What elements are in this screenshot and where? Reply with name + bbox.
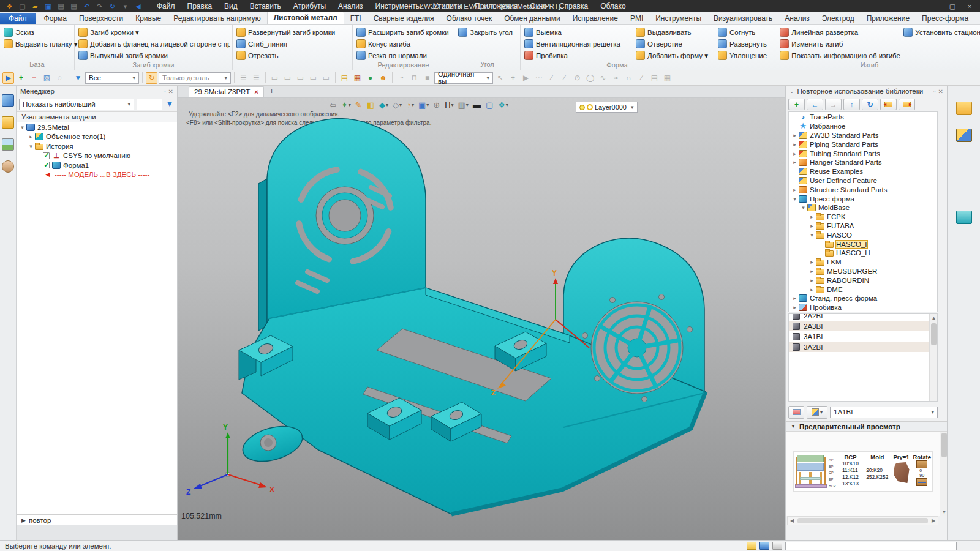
ribbon-button[interactable]: Закрыть угол [456, 26, 515, 38]
sheets-tab-icon[interactable] [956, 211, 972, 224]
menu-item[interactable]: Атрибуты [288, 1, 331, 11]
toolbar-icon[interactable]: ▶ [2, 72, 14, 84]
ribbon-tab[interactable]: Электрод [816, 13, 861, 24]
library-tree-row[interactable]: ▸ MEUSBURGER [789, 267, 937, 276]
visual-manager-icon[interactable] [2, 116, 14, 129]
ribbon-button[interactable]: Выемка [522, 26, 633, 38]
expander-icon[interactable]: ▸ [809, 277, 815, 283]
ribbon-button[interactable]: Эскиз [1, 26, 80, 38]
expander-icon[interactable]: ▸ [791, 141, 798, 148]
toolbar-icon[interactable]: ▧ [41, 72, 53, 84]
ribbon-button[interactable]: Расширить загиб кромки [354, 26, 451, 38]
menu-item[interactable]: Файл [151, 1, 181, 11]
toolbar-icon[interactable]: ∕ [559, 72, 570, 84]
menu-item[interactable]: Анализ [333, 1, 369, 11]
ribbon-tab[interactable]: Пресс-форма [916, 13, 974, 24]
expander-icon[interactable]: ▸ [791, 132, 798, 138]
toolbar-icon[interactable]: − [28, 72, 40, 84]
ribbon-tab[interactable]: Исправление [567, 13, 624, 24]
filter-funnel-icon[interactable]: ▼ [165, 99, 175, 109]
ribbon-button[interactable]: Согнуть [715, 26, 777, 38]
toolbar-icon[interactable]: ☰ [251, 72, 262, 84]
show-filter-combo[interactable]: Показать наибольший [19, 99, 134, 110]
expander-icon[interactable]: ▸ [809, 223, 815, 229]
library-tab-icon[interactable] [956, 102, 972, 115]
manager-tab-icon[interactable] [2, 94, 14, 107]
menu-item[interactable]: Инструменты [370, 1, 427, 11]
toolbar-icon[interactable]: ▭ [320, 72, 332, 84]
tree-row[interactable]: ▾ 29.SMetal [17, 122, 177, 132]
ribbon-button[interactable]: Отверстие [633, 38, 710, 50]
library-tree-row[interactable]: ▸ FCPK [789, 212, 937, 222]
expander-icon[interactable]: ▸ [809, 259, 815, 265]
ribbon-button[interactable]: Резка по нормали [354, 50, 451, 61]
ribbon-button[interactable]: Пробивка [522, 50, 633, 61]
ribbon-tab[interactable]: Приложение [861, 13, 916, 24]
export-folder-button[interactable] [899, 99, 915, 110]
expander-icon[interactable]: ▾ [809, 232, 815, 238]
part-list-item[interactable]: 3A2BI [789, 342, 937, 352]
ribbon-tab[interactable]: Simulation ⌂ [974, 13, 980, 24]
ribbon-tab[interactable]: Обмен данными [498, 13, 566, 24]
menu-item[interactable]: Окно [524, 1, 552, 11]
library-tree-row[interactable]: Reuse Examples [789, 167, 937, 176]
ribbon-button[interactable]: Добавить фланец на лицевой стороне с про… [76, 38, 230, 50]
toolbar-icon[interactable]: ■ [421, 72, 433, 84]
toolbar-icon[interactable]: + [15, 72, 27, 84]
toolbar-icon[interactable]: ● [364, 72, 376, 84]
quick-access-icon[interactable]: ↷ [95, 2, 104, 11]
close-panel-icon[interactable]: ✕ [938, 88, 943, 95]
table-view-button[interactable] [788, 406, 804, 419]
expander-icon[interactable]: ▸ [809, 268, 815, 274]
toolbar-icon[interactable]: ▤ [339, 72, 350, 84]
dock-icon[interactable]: ▫ [164, 88, 166, 95]
ribbon-tab[interactable]: Анализ [778, 13, 816, 24]
ribbon-tab[interactable]: Облако точек [440, 13, 499, 24]
tree-row[interactable]: ▸ Объемное тело(1) [17, 132, 177, 142]
ribbon-tab[interactable]: Инструменты [649, 13, 707, 24]
expander-icon[interactable]: ▸ [791, 295, 798, 301]
tree-row[interactable]: ----- МОДЕЛЬ ...В ЗДЕСЬ ----- [17, 170, 177, 180]
quick-access-icon[interactable]: ◀ [134, 2, 143, 11]
library-tree-row[interactable]: ▸ Пробивка [789, 303, 937, 312]
ribbon-tab[interactable]: Визуализировать [707, 13, 778, 24]
toolbar-icon[interactable]: ▶ [520, 72, 532, 84]
user-manager-icon[interactable] [2, 160, 14, 173]
library-tree-row[interactable]: ▸ Tubing Standard Parts [789, 149, 937, 158]
toolbar-icon[interactable]: ↖ [494, 72, 506, 84]
quick-access-icon[interactable]: ▰ [31, 2, 40, 11]
ribbon-button[interactable]: Выдавить планку ▾ [1, 38, 80, 50]
library-tree-row[interactable]: TraceParts [789, 113, 937, 122]
tablet-icon[interactable] [772, 542, 782, 550]
model-3d-view[interactable]: Y X Z Y Z [178, 86, 785, 540]
display-level-combo[interactable]: Только деталь [159, 72, 231, 84]
library-tree-row[interactable]: Избранное [789, 122, 937, 131]
quick-access-icon[interactable]: ▢ [18, 2, 27, 11]
expander-icon[interactable]: ▸ [28, 133, 34, 140]
ribbon-button[interactable]: Выдавливать [633, 26, 710, 38]
ribbon-tab[interactable]: Файл [0, 13, 36, 24]
ribbon-button[interactable]: Выпуклый загиб кромки [76, 50, 230, 61]
ribbon-button[interactable]: Установить стационарную грань [901, 26, 980, 38]
quick-access-icon[interactable]: ↶ [82, 2, 91, 11]
expander-icon[interactable]: ▸ [791, 187, 798, 193]
library-tree-row[interactable]: HASCO_I [789, 239, 937, 249]
toolbar-icon[interactable]: ∿ [597, 72, 609, 84]
ribbon-button[interactable]: Сгиб_линия [234, 38, 337, 50]
forward-button[interactable]: → [825, 99, 842, 110]
toolbar-icon[interactable]: ≈ [610, 72, 622, 84]
checkbox[interactable] [43, 162, 50, 168]
toolbar-icon[interactable]: ⋯ [533, 72, 545, 84]
insert-mode-button[interactable]: ▾ [807, 406, 827, 419]
scroll-up-icon[interactable]: ▲ [930, 314, 938, 322]
note-icon[interactable] [747, 542, 756, 550]
ribbon-button[interactable]: Добавить форму ▾ [633, 50, 710, 61]
part-number-combo[interactable]: 1A1BI [830, 407, 938, 418]
toolbar-icon[interactable]: ∩ [623, 72, 635, 84]
expander-icon[interactable]: ▸ [809, 287, 815, 293]
status-input[interactable] [785, 542, 957, 550]
quick-access-icon[interactable]: ▤ [56, 2, 66, 11]
library-tree-row[interactable]: HASCO_H [789, 249, 937, 258]
ribbon-button[interactable]: Отрезать [234, 50, 337, 61]
menu-item[interactable]: Вид [219, 1, 243, 11]
